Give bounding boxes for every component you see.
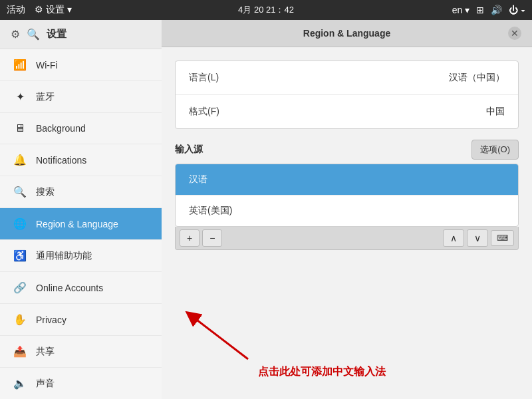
main-area: ⚙ 🔍 设置 📶 Wi-Fi ✦ 蓝牙 🖥 Background 🔔 Notif… bbox=[0, 20, 532, 399]
sidebar-item-search[interactable]: 🔍 搜索 bbox=[0, 176, 162, 208]
sidebar-item-online-accounts[interactable]: 🔗 Online Accounts bbox=[0, 272, 162, 304]
input-sources-header: 输入源 选项(O) bbox=[175, 140, 519, 160]
annotation-text: 点击此处可添加中文输入法 bbox=[258, 365, 386, 379]
keyboard-button[interactable]: ⌨ bbox=[491, 230, 514, 246]
topbar: 活动 ⚙ 设置 ▾ 4月 20 21：42 en ▾ ⊞ 🔊 ⏻ ▾ bbox=[0, 0, 532, 20]
add-input-source-button[interactable]: + bbox=[180, 229, 200, 247]
right-panel: Region & Language ✕ 语言(L) 汉语（中国） 格式(F) 中… bbox=[162, 20, 532, 399]
share-icon: 📤 bbox=[13, 345, 27, 358]
move-up-button[interactable]: ∧ bbox=[443, 229, 464, 247]
sidebar-header: ⚙ 🔍 设置 bbox=[0, 20, 162, 49]
annotation-arrow bbox=[182, 309, 268, 362]
region-language-dialog: Region & Language ✕ 语言(L) 汉语（中国） 格式(F) 中… bbox=[162, 20, 532, 399]
power-icon[interactable]: ⏻ ▾ bbox=[509, 5, 525, 15]
sidebar-item-share[interactable]: 📤 共享 bbox=[0, 336, 162, 368]
svg-line-1 bbox=[192, 316, 248, 359]
sidebar-item-online-accounts-label: Online Accounts bbox=[36, 283, 103, 293]
sidebar-item-background-label: Background bbox=[36, 123, 86, 134]
activities-button[interactable]: 活动 bbox=[7, 4, 25, 16]
sidebar-item-sound-label: 声音 bbox=[36, 378, 55, 390]
sidebar-item-background[interactable]: 🖥 Background bbox=[0, 113, 162, 144]
input-sources-label: 输入源 bbox=[175, 144, 203, 156]
sidebar-search-icon[interactable]: 🔍 bbox=[27, 28, 40, 41]
reorder-buttons: ∧ ∨ bbox=[443, 229, 488, 247]
sidebar-item-wifi-label: Wi-Fi bbox=[36, 60, 58, 70]
language-row[interactable]: 语言(L) 汉语（中国） bbox=[176, 61, 518, 95]
sidebar-item-notifications[interactable]: 🔔 Notifications bbox=[0, 144, 162, 176]
dialog-close-button[interactable]: ✕ bbox=[508, 27, 521, 40]
input-sources-section: 输入源 选项(O) 汉语 英语(美国) + − ∧ ∨ bbox=[175, 140, 519, 250]
topbar-datetime: 4月 20 21：42 bbox=[238, 4, 294, 16]
sidebar-item-notifications-label: Notifications bbox=[36, 155, 86, 166]
language-format-box: 语言(L) 汉语（中国） 格式(F) 中国 bbox=[175, 61, 519, 129]
settings-menu-button[interactable]: ⚙ 设置 ▾ bbox=[35, 4, 72, 16]
sound-icon: 🔈 bbox=[13, 377, 27, 390]
input-sources-list: 汉语 英语(美国) bbox=[175, 164, 519, 227]
format-value: 中国 bbox=[486, 106, 505, 118]
topbar-left: 活动 ⚙ 设置 ▾ bbox=[7, 4, 72, 16]
search-icon: 🔍 bbox=[13, 186, 27, 198]
options-button[interactable]: 选项(O) bbox=[471, 140, 519, 160]
volume-icon[interactable]: 🔊 bbox=[491, 5, 502, 15]
dialog-title: Region & Language bbox=[186, 28, 508, 39]
remove-input-source-button[interactable]: − bbox=[202, 229, 222, 247]
move-down-button[interactable]: ∨ bbox=[467, 229, 488, 247]
dialog-body: 语言(L) 汉语（中国） 格式(F) 中国 输入源 选项(O) 汉语 bbox=[162, 47, 532, 399]
format-label: 格式(F) bbox=[189, 106, 219, 118]
sidebar-title: 设置 bbox=[47, 28, 66, 41]
annotation-overlay: 点击此处可添加中文输入法 bbox=[162, 326, 532, 399]
accessibility-icon: ♿ bbox=[13, 249, 27, 262]
bluetooth-icon: ✦ bbox=[13, 90, 27, 103]
language-label: 语言(L) bbox=[189, 72, 219, 84]
input-source-chinese[interactable]: 汉语 bbox=[176, 164, 518, 196]
language-indicator[interactable]: en ▾ bbox=[452, 5, 469, 15]
settings-tools-icon: ⚙ bbox=[11, 28, 20, 41]
sidebar-item-accessibility-label: 通用辅助功能 bbox=[36, 250, 92, 262]
background-icon: 🖥 bbox=[13, 122, 27, 134]
region-icon: 🌐 bbox=[13, 217, 27, 230]
sidebar-item-privacy-label: Privacy bbox=[36, 315, 66, 325]
sidebar-item-sound[interactable]: 🔈 声音 bbox=[0, 368, 162, 399]
sidebar-item-privacy[interactable]: ✋ Privacy bbox=[0, 304, 162, 336]
topbar-right: en ▾ ⊞ 🔊 ⏻ ▾ bbox=[452, 5, 525, 15]
sidebar-item-accessibility[interactable]: ♿ 通用辅助功能 bbox=[0, 240, 162, 272]
sidebar: ⚙ 🔍 设置 📶 Wi-Fi ✦ 蓝牙 🖥 Background 🔔 Notif… bbox=[0, 20, 162, 399]
sidebar-item-share-label: 共享 bbox=[36, 346, 55, 358]
sidebar-item-bluetooth[interactable]: ✦ 蓝牙 bbox=[0, 81, 162, 113]
sidebar-item-region-label: Region & Language bbox=[36, 219, 118, 229]
notifications-icon: 🔔 bbox=[13, 154, 27, 166]
online-accounts-icon: 🔗 bbox=[13, 281, 27, 294]
dialog-titlebar: Region & Language ✕ bbox=[162, 20, 532, 47]
sidebar-item-bluetooth-label: 蓝牙 bbox=[36, 91, 55, 103]
input-sources-toolbar: + − ∧ ∨ ⌨ bbox=[175, 227, 519, 250]
sidebar-item-region[interactable]: 🌐 Region & Language bbox=[0, 208, 162, 240]
network-icon[interactable]: ⊞ bbox=[476, 5, 484, 15]
wifi-icon: 📶 bbox=[13, 59, 27, 71]
sidebar-item-wifi[interactable]: 📶 Wi-Fi bbox=[0, 49, 162, 81]
format-row[interactable]: 格式(F) 中国 bbox=[176, 95, 518, 128]
sidebar-item-search-label: 搜索 bbox=[36, 186, 55, 198]
input-source-english[interactable]: 英语(美国) bbox=[176, 196, 518, 226]
language-value: 汉语（中国） bbox=[449, 72, 505, 84]
privacy-icon: ✋ bbox=[13, 313, 27, 326]
